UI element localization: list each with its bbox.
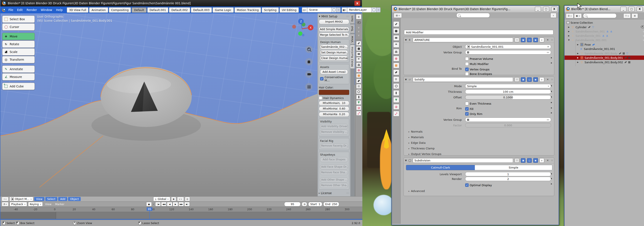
- renderlayer-icon[interactable]: ▣∨: [342, 7, 347, 13]
- 3d-viewport[interactable]: User Orthographic (95) Scene Collection …: [0, 13, 362, 196]
- filter-button[interactable]: ▽∨: [624, 13, 631, 18]
- collapsed-subpanel[interactable]: ▸Output Vertex Groups: [408, 152, 441, 156]
- object-menu[interactable]: Object: [68, 197, 81, 201]
- collapsed-subpanel[interactable]: ▸Normals: [408, 130, 422, 133]
- vertex-group-badge-icon[interactable]: [623, 53, 625, 54]
- set-design-human-button[interactable]: Set Design Human...: [320, 50, 348, 55]
- edit-mode-toggle[interactable]: ▣: [521, 77, 526, 82]
- expand-arrow-icon[interactable]: ▶: [576, 44, 579, 46]
- on-cage-toggle[interactable]: ▽: [514, 77, 519, 82]
- properties-tab-icon[interactable]: [356, 57, 361, 62]
- close-button[interactable]: X: [551, 7, 557, 12]
- expand-arrow-icon[interactable]: ▶: [568, 35, 570, 37]
- realtime-toggle[interactable]: ◻: [527, 158, 532, 163]
- transport-button[interactable]: ◀: [167, 202, 172, 206]
- hair-color-swatch[interactable]: [319, 90, 349, 95]
- multi-modifier-checkbox[interactable]: [465, 62, 468, 66]
- tool-button[interactable]: Rotate: [2, 41, 35, 48]
- pose-badge-icon[interactable]: ⋔: [606, 30, 608, 33]
- modifier-name-field[interactable]: Solidify: [413, 77, 513, 82]
- properties-tab-icon[interactable]: [356, 68, 361, 72]
- properties-tab-icon[interactable]: [356, 84, 361, 89]
- modifier-name-field[interactable]: Subdivision: [413, 158, 513, 163]
- proportional-editing-button[interactable]: ◎: [185, 197, 190, 201]
- gizmo-neg-x-axis[interactable]: [292, 25, 296, 29]
- transport-button[interactable]: ▶▶: [178, 202, 184, 206]
- eye-closed-icon[interactable]: ∨: [355, 30, 362, 33]
- expand-arrow-icon[interactable]: ▶: [576, 57, 579, 59]
- workspace-tab[interactable]: UV Editing: [280, 7, 299, 13]
- only-rim-checkbox[interactable]: ✓: [465, 112, 468, 116]
- modifier-name-field[interactable]: ARMATURE: [413, 38, 513, 42]
- properties-tab-icon[interactable]: [393, 21, 399, 27]
- collapsed-subpanel[interactable]: ▸Thickness Clamp: [408, 147, 435, 150]
- workspace-tab[interactable]: Default.001: [147, 7, 168, 13]
- close-button[interactable]: X: [354, 1, 360, 6]
- properties-tab-icon[interactable]: [356, 46, 361, 51]
- playhead-frame-label[interactable]: 95: [146, 207, 152, 211]
- outliner-row-armature-data[interactable]: ⋔ SandmÃ¤nnle_001.001: [564, 47, 644, 51]
- modifier-badge-icon[interactable]: [624, 62, 627, 63]
- maximize-button[interactable]: □: [543, 7, 549, 12]
- editor-type-button[interactable]: ⌗∨: [2, 197, 8, 201]
- solidify-vertex-group-field[interactable]: ⇔: [465, 118, 551, 122]
- remove-face-shapes-button[interactable]: Remove Face Sha...: [320, 170, 348, 175]
- factor-field[interactable]: 0.000: [465, 123, 551, 128]
- outliner-sliver-button[interactable]: ☰: [356, 14, 362, 19]
- sidebar-tab[interactable]: MHX2 Runtime: [350, 45, 355, 68]
- outliner-row-scene-collection[interactable]: Scene Collection: [564, 21, 644, 25]
- outliner-row-cylinder[interactable]: ▶ ▽ Cylinder ▽: [564, 25, 644, 29]
- scene-icon[interactable]: ◎∨: [302, 7, 308, 13]
- minimize-button[interactable]: _: [535, 7, 541, 12]
- ortho-toggle-button[interactable]: [305, 83, 312, 90]
- properties-tab-icon[interactable]: [393, 28, 399, 34]
- catmull-clark-button[interactable]: Catmull-Clark: [406, 165, 475, 170]
- hair-param-field[interactable]: MhxMinHai 0.60: [319, 106, 349, 111]
- copy-renderlayer-button[interactable]: [372, 7, 376, 13]
- transport-button[interactable]: ◀◀: [161, 202, 166, 206]
- outliner-titlebar[interactable]: Blender* [E:\Daten Blend... _ □ X: [564, 6, 644, 13]
- workspace-tab[interactable]: Game Logic: [212, 7, 234, 13]
- tool-button[interactable]: Scale: [2, 48, 35, 56]
- orientation-dropdown[interactable]: ⟂ Global∨: [153, 197, 170, 201]
- offset-slider[interactable]: 0.1000: [465, 95, 551, 99]
- modifier-badge-icon[interactable]: [588, 27, 590, 28]
- mesh-data-badge-icon[interactable]: ▽: [626, 52, 628, 55]
- armature-data-badge-icon[interactable]: ⋔: [610, 30, 612, 33]
- edit-mode-toggle[interactable]: ▣: [521, 38, 526, 42]
- solidify-mode-dropdown[interactable]: Simple∨: [465, 84, 551, 88]
- pose-badge-icon[interactable]: ⋔: [602, 34, 604, 37]
- realtime-toggle[interactable]: ◻: [527, 77, 532, 82]
- eye-open-icon[interactable]: [357, 21, 360, 25]
- bone-badge-icon[interactable]: [592, 44, 595, 45]
- remove-visibility-button[interactable]: Remove Visibility ...: [320, 130, 348, 135]
- camera-view-button[interactable]: [305, 71, 312, 78]
- fill-checkbox[interactable]: ✓: [465, 107, 468, 111]
- add-asset-button[interactable]: Add Asset (.mxa): [320, 69, 348, 74]
- add-face-shapes-button[interactable]: Add Face Shapes: [320, 157, 348, 162]
- menu-item[interactable]: Edit: [15, 8, 25, 12]
- render-levels-field[interactable]: 2: [465, 177, 551, 181]
- outliner-row-sandmannle-001[interactable]: ▶ ⋔ SandmÃ¤nnle_001 ⋔ ⋔ ∨: [564, 34, 644, 38]
- hair-param-field[interactable]: MhxMinHairL 10: [319, 101, 349, 106]
- unlink-scene-button[interactable]: ✕: [336, 7, 341, 13]
- new-collection-button[interactable]: ⊞: [632, 13, 638, 18]
- view-menu[interactable]: View: [34, 197, 44, 201]
- keying-dropdown[interactable]: Keying∨: [28, 202, 43, 206]
- sidebar-tab[interactable]: Item: [350, 14, 355, 23]
- properties-tab-icon[interactable]: [356, 41, 361, 46]
- render-toggle[interactable]: ◉: [533, 158, 538, 163]
- close-button[interactable]: X: [637, 7, 643, 12]
- remove-modifier-button[interactable]: ✕: [547, 78, 549, 81]
- outliner-row-pose[interactable]: ▶ ⋔ Pose: [564, 42, 644, 47]
- clear-object-icon[interactable]: ✕: [547, 45, 549, 48]
- properties-tab-icon[interactable]: [393, 97, 399, 103]
- simple-button[interactable]: Simple: [475, 165, 552, 170]
- workspace-tab[interactable]: 3D View Full: [67, 7, 89, 13]
- transport-button[interactable]: ▶|: [184, 202, 190, 206]
- filter-mode-dropdown[interactable]: ▣∨: [574, 13, 582, 18]
- maximize-button[interactable]: □: [628, 7, 634, 12]
- sidebar-tab[interactable]: View: [350, 34, 355, 44]
- auto-keyframe-button[interactable]: ◔: [302, 202, 307, 206]
- armature-object-field[interactable]: SandmÃ¤nnle_001.001 ✕: [465, 45, 551, 49]
